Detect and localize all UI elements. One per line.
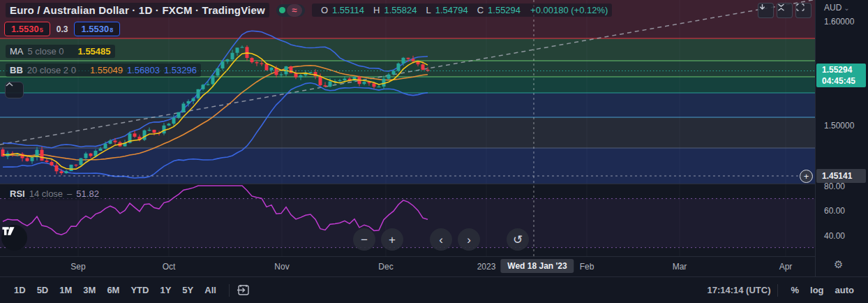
session-clock[interactable]: 17:14:14 (UTC): [707, 285, 770, 295]
range-button-5d[interactable]: 5D: [31, 283, 54, 297]
ma-indicator-legend[interactable]: MA 5 close 0 1.55485: [6, 45, 115, 58]
crosshair-price-badge: 1.45141: [816, 169, 866, 183]
reset-chart-button[interactable]: ↺: [507, 228, 529, 251]
collapse-icon: [777, 3, 785, 11]
rsi-value: 51.82: [76, 189, 99, 199]
axis-settings-gear-icon[interactable]: ⚙: [834, 258, 843, 271]
time-axis[interactable]: SepOctNovDec2023FebMarApr Wed 18 Jan '23: [0, 256, 815, 276]
log-scale-button[interactable]: log: [805, 285, 830, 295]
scroll-down-button[interactable]: [758, 3, 774, 18]
chevron-down-icon: ⌄: [844, 4, 849, 12]
go-to-date-icon: [237, 284, 250, 296]
pan-right-button[interactable]: ›: [458, 228, 480, 251]
range-button-6m[interactable]: 6M: [101, 283, 125, 297]
percent-scale-button[interactable]: %: [785, 285, 805, 295]
rsi-params: 14 close: [29, 189, 63, 199]
time-axis-label[interactable]: Apr: [779, 262, 793, 272]
auto-scale-button[interactable]: auto: [830, 285, 860, 295]
price-axis-label[interactable]: 80.00: [824, 182, 845, 191]
chart-pane[interactable]: Euro / Australian Dollar · 1D · FXCM · T…: [0, 0, 815, 256]
ohlc-value: 1.55294: [488, 5, 521, 15]
price-chart-canvas[interactable]: [0, 0, 815, 256]
add-alert-plus-button[interactable]: +: [800, 170, 813, 183]
axis-currency-label: AUD: [824, 3, 841, 13]
zoom-out-button[interactable]: −: [353, 228, 375, 251]
tradingview-logo[interactable]: [1, 225, 27, 251]
price-change: +0.00180 (+0.12%): [530, 5, 608, 15]
ohlc-key: L: [426, 5, 431, 15]
current-price-badge: 1.55294 04:45:45: [816, 64, 866, 87]
time-axis-label[interactable]: Sep: [70, 262, 85, 272]
arrow-down-icon: [758, 3, 766, 11]
axis-currency-selector[interactable]: AUD ⌄: [824, 3, 850, 13]
price-axis-label[interactable]: 60.00: [824, 206, 845, 216]
rsi-indicator-legend[interactable]: RSI 14 close – 51.82: [6, 187, 103, 200]
bid-price-box[interactable]: 1.55305: [4, 22, 50, 36]
price-axis-label[interactable]: 1.60000: [824, 17, 854, 27]
ma-value: 1.55485: [78, 46, 111, 57]
rsi-label: RSI: [10, 189, 25, 199]
symbol-title[interactable]: Euro / Australian Dollar · 1D · FXCM · T…: [10, 4, 265, 16]
bb-params: 20 close 2 0: [27, 65, 76, 75]
symbol-title-row[interactable]: Euro / Australian Dollar · 1D · FXCM · T…: [6, 3, 269, 17]
pan-left-button[interactable]: ‹: [430, 228, 452, 251]
market-status-pill[interactable]: ≈: [276, 4, 305, 17]
approx-price-icon: ≈: [287, 4, 302, 17]
ohlc-value: 1.55824: [384, 5, 417, 15]
bottom-toolbar: 1D5D1M3M6MYTD1Y5YAll 17:14:14 (UTC) % lo…: [0, 276, 868, 303]
range-button-1m[interactable]: 1M: [54, 283, 77, 297]
ohlc-key: C: [477, 5, 484, 15]
market-open-dot-icon: [279, 7, 285, 13]
range-button-1d[interactable]: 1D: [8, 283, 31, 297]
range-button-ytd[interactable]: YTD: [125, 283, 154, 297]
toolbar-divider: [229, 284, 230, 297]
time-axis-label[interactable]: Feb: [580, 262, 594, 272]
price-axis-label[interactable]: 40.00: [824, 231, 845, 241]
collapse-pane-button[interactable]: [777, 3, 793, 18]
time-axis-label[interactable]: Nov: [274, 262, 289, 272]
tradingview-logo-icon: [1, 225, 15, 237]
ohlc-key: H: [373, 5, 380, 15]
ma-label: MA: [10, 46, 24, 57]
ohlc-value: 1.55114: [332, 5, 364, 15]
spread-value: 0.3: [57, 24, 68, 34]
bb-upper-value: 1.56803: [127, 65, 160, 75]
chevron-up-icon: [6, 82, 13, 87]
current-price-value: 1.55294: [822, 64, 866, 75]
price-axis-label[interactable]: 1.50000: [824, 121, 854, 131]
price-axis[interactable]: AUD ⌄ 1.600001.5000080.0060.0040.00 1.55…: [815, 0, 868, 276]
ohlc-values: O1.55114H1.55824L1.54794C1.55294+0.00180…: [312, 3, 612, 17]
time-axis-label[interactable]: Mar: [673, 262, 687, 272]
range-button-1y[interactable]: 1Y: [154, 283, 177, 297]
ma-params: 5 close 0: [28, 46, 64, 57]
bb-indicator-legend[interactable]: BB 20 close 2 0 1.55049 1.56803 1.53296: [6, 64, 201, 77]
ohlc-value: 1.54794: [435, 5, 468, 15]
time-axis-label[interactable]: Dec: [378, 262, 393, 272]
fullscreen-button[interactable]: [795, 3, 811, 18]
toolbar-divider: [777, 284, 778, 297]
zoom-in-button[interactable]: +: [381, 228, 403, 251]
range-button-5y[interactable]: 5Y: [177, 283, 199, 297]
trading-chart-window: Euro / Australian Dollar · 1D · FXCM · T…: [0, 0, 868, 303]
time-axis-label[interactable]: 2023: [477, 262, 496, 272]
fullscreen-icon: [796, 3, 805, 11]
collapse-legend-button[interactable]: [5, 82, 24, 98]
go-to-date-button[interactable]: [237, 284, 250, 296]
ohlc-key: O: [321, 5, 328, 15]
bar-countdown: 04:45:45: [822, 75, 866, 87]
bb-basis-value: 1.55049: [90, 65, 123, 75]
rsi-dash: –: [67, 189, 72, 199]
time-axis-label[interactable]: Oct: [163, 262, 176, 272]
bb-label: BB: [10, 65, 23, 75]
range-button-all[interactable]: All: [199, 283, 222, 297]
ask-price-box[interactable]: 1.55308: [74, 22, 120, 36]
crosshair-date-badge: Wed 18 Jan '23: [500, 259, 574, 273]
bb-lower-value: 1.53296: [164, 65, 197, 75]
chart-nav-controls: − + ‹ › ↺: [353, 228, 529, 251]
range-button-3m[interactable]: 3M: [77, 283, 101, 297]
